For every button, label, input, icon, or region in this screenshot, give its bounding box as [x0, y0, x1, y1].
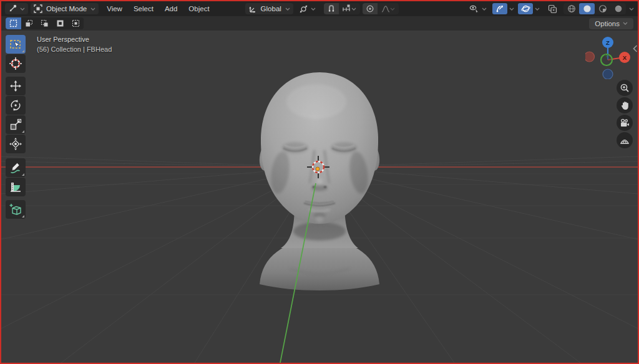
editor-type-icon	[8, 4, 17, 13]
select-mode-group	[6, 17, 84, 29]
snap-magnet-icon	[327, 4, 336, 13]
tool-scale[interactable]	[6, 115, 26, 134]
snap-target-dropdown[interactable]	[339, 3, 360, 14]
tool-cursor[interactable]	[6, 54, 26, 73]
sidebar-collapse-arrow-icon[interactable]	[633, 44, 638, 53]
pivot-point-icon	[299, 4, 308, 14]
chevron-down-icon[interactable]	[509, 7, 514, 11]
falloff-dropdown[interactable]	[378, 3, 399, 14]
proportional-editing-toggle[interactable]	[363, 3, 378, 14]
select-mode-extend[interactable]	[21, 17, 37, 29]
gizmo-axis-negz[interactable]	[603, 69, 613, 79]
shading-solid-button[interactable]	[579, 3, 595, 14]
object-mode-icon	[34, 4, 42, 13]
show-gizmos-toggle[interactable]	[492, 3, 507, 14]
chevron-down-icon	[351, 7, 356, 11]
hand-icon	[620, 100, 630, 110]
select-mode-set[interactable]	[6, 17, 21, 29]
editor-type-selector[interactable]	[5, 3, 28, 14]
pan-view-button[interactable]	[617, 97, 633, 113]
transform-icon	[9, 137, 22, 151]
scale-icon	[9, 118, 22, 131]
wireframe-shading-icon	[567, 4, 576, 13]
gizmo-axis-negx[interactable]	[585, 52, 595, 62]
proportional-editing-icon	[366, 4, 374, 13]
toggle-perspective-button[interactable]	[617, 132, 633, 148]
shading-rendered-button[interactable]	[610, 3, 626, 14]
chevron-down-icon[interactable]	[629, 7, 634, 11]
active-object-text: (56) Collection | FBHead	[37, 44, 112, 54]
chevron-down-icon	[311, 7, 316, 11]
head-model[interactable]	[258, 72, 381, 290]
chevron-down-icon	[482, 7, 487, 11]
measure-icon	[9, 181, 22, 193]
chevron-down-icon	[90, 7, 95, 11]
select-intersect-icon	[72, 19, 80, 27]
object-origin-dot	[316, 167, 320, 171]
options-button[interactable]: Options	[589, 18, 633, 29]
orientation-label: Global	[260, 5, 283, 12]
chevron-down-icon	[20, 7, 25, 11]
3d-viewport[interactable]: User Perspective (56) Collection | FBHea…	[1, 31, 638, 363]
gizmo-axis-z[interactable]: Z	[602, 37, 613, 48]
show-overlays-icon	[521, 4, 530, 13]
camera-view-button[interactable]	[617, 115, 633, 131]
transform-orientation-dropdown[interactable]: Global	[245, 3, 293, 14]
chevron-down-icon	[623, 22, 628, 25]
tool-measure[interactable]	[6, 178, 26, 196]
snap-increment-icon	[342, 4, 351, 13]
select-box-icon	[9, 38, 22, 50]
tool-add-cube[interactable]	[6, 200, 26, 219]
tool-rotate[interactable]	[6, 96, 26, 115]
perspective-grid-icon	[620, 136, 630, 145]
menu-view[interactable]: View	[101, 3, 128, 14]
viewport-toolbar	[6, 35, 26, 219]
gizmo-axis-x[interactable]: X	[619, 52, 630, 63]
xray-toggle[interactable]	[545, 3, 560, 14]
annotate-icon	[9, 161, 22, 174]
svg-text:Y: Y	[605, 53, 608, 59]
shading-wireframe-button[interactable]	[563, 3, 579, 14]
menu-object[interactable]: Object	[183, 3, 215, 14]
scene-canvas[interactable]	[1, 31, 638, 363]
tool-move[interactable]	[6, 77, 26, 95]
chevron-down-icon[interactable]	[535, 7, 540, 11]
select-subtract-icon	[41, 19, 49, 27]
viewport-header: Object Mode View Select Add Object Globa…	[1, 1, 638, 16]
menu-add[interactable]: Add	[159, 3, 183, 14]
camera-icon	[620, 118, 630, 128]
select-set-icon	[9, 19, 17, 27]
select-mode-subtract[interactable]	[37, 17, 52, 29]
menu-select[interactable]: Select	[128, 3, 159, 14]
show-overlays-toggle[interactable]	[518, 3, 533, 14]
chevron-down-icon	[285, 7, 290, 11]
tool-annotate[interactable]	[6, 158, 26, 177]
select-invert-icon	[56, 19, 64, 27]
options-label: Options	[595, 20, 620, 27]
svg-text:Z: Z	[606, 39, 610, 46]
tool-settings-bar: Options	[1, 16, 638, 31]
select-mode-intersect[interactable]	[68, 17, 84, 29]
chevron-down-icon	[390, 7, 395, 11]
view-name-text: User Perspective	[37, 34, 112, 44]
viewport-overlay-text: User Perspective (56) Collection | FBHea…	[37, 34, 112, 54]
magnifier-zoom-icon	[620, 83, 630, 93]
snap-group	[324, 3, 360, 14]
xray-icon	[548, 4, 557, 14]
zoom-button[interactable]	[617, 80, 633, 96]
snap-toggle[interactable]	[324, 3, 339, 14]
pivot-point-dropdown[interactable]	[296, 3, 319, 14]
tool-transform[interactable]	[6, 135, 26, 153]
object-visibility-dropdown[interactable]	[466, 3, 490, 14]
navigation-gizmo[interactable]: Z X Y	[585, 34, 630, 79]
gizmo-axis-y[interactable]: Y	[601, 53, 612, 65]
move-icon	[9, 80, 22, 92]
blender-window: Object Mode View Select Add Object Globa…	[0, 0, 639, 364]
select-mode-invert[interactable]	[52, 17, 68, 29]
shading-mode-group	[563, 3, 626, 14]
tool-select-box[interactable]	[6, 35, 26, 54]
shading-material-button[interactable]	[595, 3, 610, 14]
mode-dropdown[interactable]: Object Mode	[31, 3, 99, 14]
svg-text:X: X	[623, 54, 627, 61]
object-visibility-icon	[469, 4, 479, 13]
